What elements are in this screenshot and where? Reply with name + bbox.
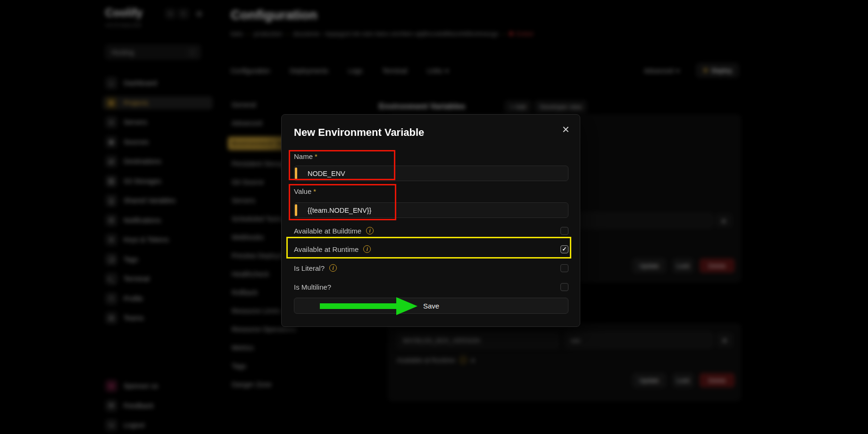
info-icon[interactable]: i: [366, 227, 374, 234]
info-icon[interactable]: i: [329, 264, 337, 272]
modal-title: New Environment Variable: [294, 126, 424, 139]
option-row-multiline: Is Multiline?: [294, 282, 568, 292]
name-field-wrap: [294, 166, 568, 181]
required-asterisk: *: [313, 187, 316, 195]
save-button[interactable]: Save: [294, 298, 568, 314]
new-env-variable-modal: New Environment Variable × Name* Value* …: [281, 114, 580, 327]
close-icon[interactable]: ×: [562, 123, 569, 135]
value-field-wrap: [294, 202, 568, 218]
option-row-literal: Is Literal? i: [294, 263, 568, 273]
required-asterisk: *: [315, 152, 317, 160]
buildtime-checkbox[interactable]: [560, 227, 568, 235]
app-root: Coolify ♥ ↻ ⚙ v4.0.0-beta.323 Hosting / …: [0, 0, 868, 434]
multiline-checkbox[interactable]: [560, 283, 568, 291]
option-row-buildtime: Available at Buildtime i: [294, 225, 568, 236]
input-accent-pill: [295, 167, 297, 179]
value-field-label: Value*: [294, 187, 316, 195]
name-field[interactable]: [294, 166, 568, 181]
name-field-label: Name*: [294, 152, 317, 160]
runtime-checkbox[interactable]: ✓: [560, 245, 568, 253]
option-row-runtime: Available at Runtime i ✓: [294, 244, 568, 254]
input-accent-pill: [295, 204, 297, 216]
literal-checkbox[interactable]: [560, 264, 568, 272]
info-icon[interactable]: i: [363, 245, 371, 253]
value-field[interactable]: [294, 202, 568, 218]
